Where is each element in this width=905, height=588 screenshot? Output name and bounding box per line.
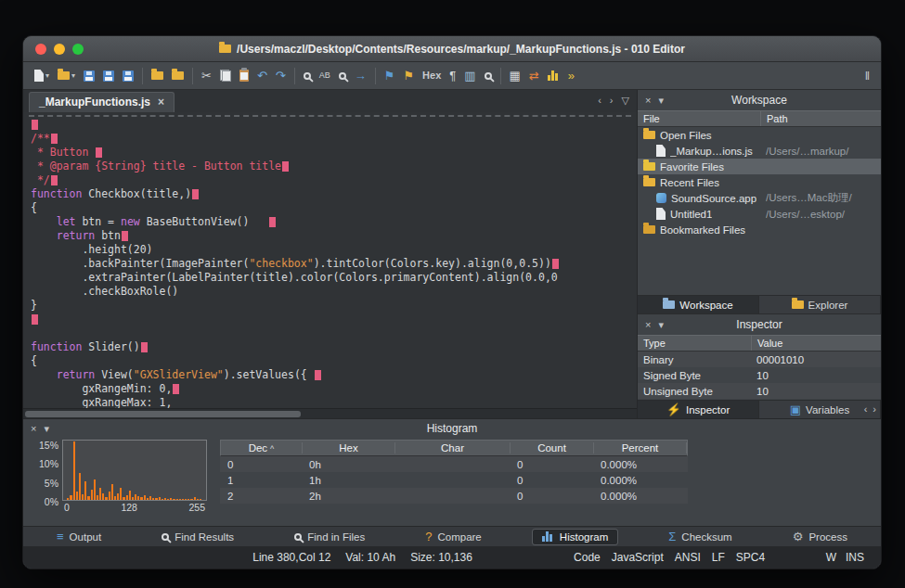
histogram-table-row[interactable]: 00h00.000%: [220, 456, 688, 472]
open-recent-button[interactable]: [168, 69, 187, 83]
column-header-percent[interactable]: Percent: [594, 442, 687, 454]
scrollbar-thumb[interactable]: [25, 411, 301, 417]
code-area[interactable]: /** * Button * @param {String} title - B…: [23, 118, 637, 408]
row-open-files[interactable]: Open Files: [638, 127, 881, 143]
row-untitled1[interactable]: Untitled1/Users/…esktop/: [638, 206, 881, 222]
histogram-bar: [99, 488, 101, 500]
pause-button[interactable]: ‖: [861, 67, 873, 84]
open-file-button[interactable]: ▾: [54, 69, 79, 83]
copy-icon: [220, 70, 231, 82]
line-end-marker: [122, 231, 128, 241]
overflow-button[interactable]: »: [564, 67, 578, 84]
row-favorite-files[interactable]: Favorite Files: [638, 159, 881, 174]
row-soundsource-app[interactable]: SoundSource.app/Users…Mac助理/: [638, 190, 881, 206]
file-list-button[interactable]: ▽: [622, 95, 629, 107]
find-button[interactable]: [300, 70, 315, 83]
title-bar[interactable]: /Users/maczl/Desktop/Contents/Resources/…: [23, 36, 881, 62]
find-next-button[interactable]: [335, 70, 350, 83]
column-header-file[interactable]: File: [638, 111, 760, 126]
code-line: return btn: [31, 229, 637, 243]
code-line: function Slider(): [31, 340, 637, 354]
save-as-button[interactable]: [99, 68, 118, 84]
zoom-button[interactable]: [481, 70, 496, 83]
column-header-value[interactable]: Value: [751, 336, 881, 351]
horizontal-scrollbar[interactable]: [23, 408, 637, 418]
row-bookmarked-files[interactable]: Bookmarked Files: [638, 222, 881, 237]
replace-button[interactable]: AB: [316, 69, 334, 83]
y-tick-label: 0%: [45, 496, 58, 507]
tab-label: Workspace: [679, 300, 732, 311]
status-item: Val: 10 Ah: [345, 551, 395, 564]
base-converter-button[interactable]: ⇄: [525, 67, 543, 84]
zoom-window-button[interactable]: [72, 44, 84, 55]
redo-button[interactable]: ↷: [272, 67, 290, 84]
new-file-button[interactable]: ▾: [31, 67, 53, 84]
panel-menu-icon[interactable]: ▾: [658, 319, 664, 331]
redo-icon: ↷: [276, 70, 286, 82]
next-tabs-icon[interactable]: ›: [873, 403, 876, 415]
minimize-window-button[interactable]: [54, 44, 65, 55]
panel-tab-histogram[interactable]: Histogram: [533, 530, 617, 544]
panel-tab-output[interactable]: ≡Output: [47, 529, 110, 544]
line-end-marker: [173, 384, 179, 394]
row-recent-files[interactable]: Recent Files: [638, 174, 881, 190]
save-button[interactable]: [80, 68, 98, 84]
histogram-tool-button[interactable]: [544, 68, 563, 83]
next-file-button[interactable]: ›: [610, 95, 614, 107]
tab-label: Inspector: [686, 404, 730, 415]
undo-button[interactable]: ↶: [253, 67, 271, 84]
tab-inspector[interactable]: ⚡Inspector: [638, 401, 759, 418]
close-panel-icon[interactable]: ×: [645, 319, 651, 331]
row-markupfunctions-file[interactable]: _Markup…ions.js/Users/…markup/: [638, 143, 881, 159]
column-header-hex[interactable]: Hex: [303, 442, 395, 454]
hex-mode-button[interactable]: Hex: [419, 68, 445, 83]
tab-markupfunctions[interactable]: _MarkupFunctions.js ×: [29, 92, 175, 112]
paste-button[interactable]: [236, 67, 252, 84]
code-line: .height(20): [31, 243, 637, 257]
histogram-table-row[interactable]: 22h00.000%: [220, 488, 688, 504]
close-window-button[interactable]: [35, 44, 46, 55]
bookmark-button[interactable]: ⚑: [381, 67, 399, 84]
tab-explorer[interactable]: Explorer: [759, 296, 881, 313]
column-header-type[interactable]: Type: [638, 336, 751, 351]
panel-tab-find-in-files[interactable]: Find in Files: [285, 530, 374, 544]
histogram-panel: × ▾ Histogram 15%10%5%0% 0128255 Dec^Hex…: [23, 418, 881, 526]
histogram-table-row[interactable]: 11h00.000%: [220, 472, 688, 488]
inspector-row[interactable]: Binary00001010: [638, 352, 881, 367]
inspector-row[interactable]: Unsigned Byte10: [638, 383, 881, 399]
column-header-path[interactable]: Path: [760, 111, 881, 126]
cut-button[interactable]: ✂: [198, 67, 215, 84]
prev-file-button[interactable]: ‹: [598, 95, 601, 107]
histogram-bar: [140, 497, 142, 500]
whitespace-toggle-button[interactable]: ¶: [446, 67, 459, 84]
calculator-button[interactable]: ▦: [506, 67, 524, 84]
x-tick-label: 255: [188, 502, 205, 513]
histogram-bar: [155, 498, 157, 500]
prev-tabs-icon[interactable]: ‹: [864, 403, 868, 415]
close-panel-icon[interactable]: ×: [31, 423, 36, 435]
save-all-button[interactable]: [119, 68, 137, 84]
panel-tab-find-results[interactable]: Find Results: [152, 530, 243, 544]
panel-tab-compare[interactable]: ?Compare: [416, 529, 491, 544]
inspector-row[interactable]: Signed Byte10: [638, 367, 881, 383]
tab-workspace[interactable]: Workspace: [638, 296, 759, 313]
inspector-panel: × ▾ Inspector TypeValue Binary00001010Si…: [638, 314, 881, 418]
workspace-column-headers: FilePath: [638, 110, 881, 127]
copy-button[interactable]: [216, 67, 235, 84]
column-header-dec[interactable]: Dec^: [221, 442, 303, 454]
overflow-icon: »: [568, 70, 575, 82]
column-mode-button[interactable]: ▥: [460, 67, 479, 84]
column-header-char[interactable]: Char: [395, 442, 511, 454]
status-position: Line 380,Col 12Val: 10 AhSize: 10,136: [252, 551, 472, 564]
column-header-count[interactable]: Count: [511, 442, 594, 454]
open-folder-button[interactable]: [148, 69, 167, 83]
panel-tab-checksum[interactable]: ΣChecksum: [659, 529, 741, 544]
goto-button[interactable]: →: [351, 67, 370, 84]
panel-tab-process[interactable]: ⚙Process: [783, 529, 857, 544]
tab-close-icon[interactable]: ×: [158, 96, 164, 109]
code-editor[interactable]: /** * Button * @param {String} title - B…: [23, 112, 637, 418]
panel-menu-icon[interactable]: ▾: [44, 423, 49, 435]
bookmark-all-button[interactable]: ⚑: [399, 67, 418, 84]
panel-menu-icon[interactable]: ▾: [658, 95, 664, 107]
close-panel-icon[interactable]: ×: [645, 95, 651, 107]
